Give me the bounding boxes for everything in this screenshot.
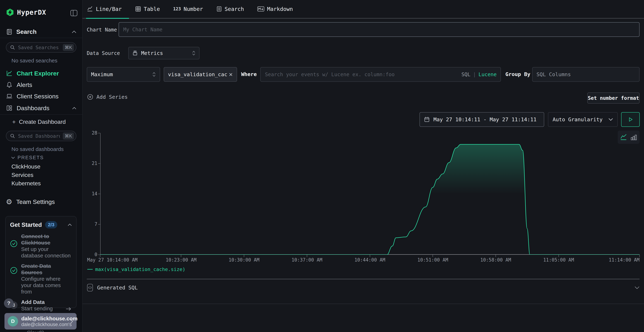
legend-swatch bbox=[87, 269, 93, 270]
active-tab-indicator bbox=[86, 18, 129, 19]
metrics-icon bbox=[132, 50, 138, 56]
presets-toggle[interactable]: PRESETS bbox=[11, 155, 44, 160]
plus-circle-icon bbox=[87, 94, 94, 100]
legend-series-label: max(visa_validation_cache.size) bbox=[95, 266, 185, 272]
add-series-label: Add Series bbox=[96, 94, 128, 100]
preset-clickhouse[interactable]: ClickHouse bbox=[12, 163, 40, 170]
lucene-toggle[interactable]: Lucene bbox=[478, 72, 496, 78]
chart-name-input[interactable] bbox=[118, 22, 640, 37]
add-series-button[interactable]: Add Series bbox=[87, 94, 128, 100]
saved-searches-input[interactable] bbox=[18, 44, 60, 50]
sql-toggle[interactable]: SQL bbox=[461, 72, 470, 78]
close-icon[interactable]: × bbox=[229, 71, 233, 78]
divider bbox=[0, 114, 82, 115]
sidebar-collapse-icon[interactable] bbox=[70, 10, 78, 16]
sidebar: HyperDX Search ⌘K No saved searches bbox=[0, 0, 83, 332]
get-started-step-datasources[interactable]: Create Data Sources Configure where your… bbox=[10, 263, 72, 295]
preset-kubernetes[interactable]: Kubernetes bbox=[12, 180, 41, 187]
gear-icon: ⚙ bbox=[6, 198, 12, 206]
step-title: Connect to ClickHouse bbox=[21, 233, 72, 246]
x-tick-label: 10:58:00 AM bbox=[480, 257, 511, 262]
create-dashboard-button[interactable]: + Create Dashboard bbox=[12, 118, 66, 126]
where-input[interactable] bbox=[264, 71, 461, 78]
get-started-card: Get Started 2/3 Connect to ClickHouse Se… bbox=[5, 216, 76, 308]
sidebar-item-alerts[interactable]: Alerts bbox=[6, 81, 76, 89]
x-tick-label: 10:23:00 AM bbox=[166, 257, 196, 262]
get-started-header[interactable]: Get Started 2/3 bbox=[10, 221, 72, 228]
sidebar-item-label: Dashboards bbox=[17, 105, 68, 112]
y-tick-mark bbox=[98, 133, 100, 133]
sidebar-item-chart-explorer[interactable]: Chart Explorer bbox=[6, 70, 76, 77]
y-tick-label: 0 bbox=[83, 252, 97, 257]
no-saved-searches-note: No saved searches bbox=[12, 58, 58, 64]
tab-search[interactable]: Search bbox=[216, 6, 244, 12]
chart-name-label: Chart Name bbox=[87, 27, 117, 33]
timeseries-chart[interactable] bbox=[100, 133, 640, 255]
tab-number[interactable]: 123 Number bbox=[173, 6, 203, 12]
help-button[interactable]: ? bbox=[4, 298, 14, 308]
chevron-up-icon bbox=[72, 30, 76, 33]
select-updown-icon bbox=[192, 50, 196, 56]
saved-searches-search[interactable]: ⌘K bbox=[6, 42, 76, 52]
chevron-down-icon[interactable] bbox=[634, 286, 640, 289]
logo: HyperDX bbox=[6, 8, 46, 16]
aggregation-select[interactable]: Maximum bbox=[87, 67, 160, 82]
generated-sql-accordion[interactable]: Generated SQL bbox=[87, 282, 640, 294]
sidebar-section-search[interactable]: Search bbox=[6, 28, 76, 35]
saved-dashboards-input[interactable] bbox=[18, 133, 60, 139]
set-number-format-button[interactable]: Set number format bbox=[587, 92, 640, 104]
sidebar-item-label: Client Sessions bbox=[17, 93, 76, 100]
user-email: dale@clickhouse.com bbox=[21, 315, 70, 322]
clipped-bottom-text: Cloud? bbox=[27, 330, 44, 332]
tab-line-bar[interactable]: Line/Bar bbox=[87, 6, 122, 12]
help-label: ? bbox=[7, 300, 10, 306]
no-saved-dashboards-note: No saved dashboards bbox=[12, 146, 64, 152]
calendar-icon bbox=[424, 116, 430, 122]
avatar: D bbox=[8, 316, 18, 326]
hyperdx-logo-icon bbox=[6, 8, 14, 16]
get-started-progress-badge: 2/3 bbox=[45, 221, 57, 228]
toggle-separator: | bbox=[473, 72, 476, 78]
presets-label: PRESETS bbox=[18, 155, 44, 160]
data-source-select[interactable]: Metrics bbox=[128, 47, 200, 60]
user-account-chip[interactable]: D dale@clickhouse.com dale@clickhouse.co… bbox=[4, 313, 76, 330]
chevron-down-icon bbox=[608, 118, 613, 121]
run-query-button[interactable] bbox=[621, 112, 640, 127]
x-tick-mark bbox=[496, 255, 496, 257]
tab-markdown[interactable]: Markdown bbox=[257, 6, 293, 12]
date-range-value: May 27 10:14:11 - May 27 11:14:11 bbox=[434, 116, 536, 122]
shortcut-badge: ⌘K bbox=[63, 44, 74, 51]
preset-services[interactable]: Services bbox=[12, 172, 34, 178]
arrow-right-icon[interactable] bbox=[66, 307, 72, 311]
chart-legend[interactable]: max(visa_validation_cache.size) bbox=[87, 266, 185, 272]
sidebar-item-team-settings[interactable]: ⚙ Team Settings bbox=[6, 198, 55, 206]
granularity-value: Auto Granularity bbox=[552, 116, 606, 122]
sidebar-section-label: Search bbox=[16, 28, 68, 35]
tab-label: Number bbox=[184, 6, 203, 12]
get-started-step-connect[interactable]: Connect to ClickHouse Set up your databa… bbox=[10, 233, 72, 259]
where-search-box[interactable]: SQL | Lucene bbox=[260, 67, 501, 82]
tab-label: Markdown bbox=[267, 6, 293, 12]
where-label: Where bbox=[241, 71, 257, 77]
laptop-icon bbox=[6, 93, 13, 100]
group-by-input[interactable] bbox=[532, 67, 640, 82]
chart-type-tabbar: Line/Bar Table 123 Number Search bbox=[82, 0, 644, 18]
journal-icon bbox=[6, 28, 13, 35]
y-tick-label: 7 bbox=[83, 222, 97, 227]
chevron-up-icon[interactable] bbox=[68, 224, 72, 226]
bell-icon bbox=[6, 82, 13, 88]
data-source-label: Data Source bbox=[87, 50, 120, 56]
plus-icon: + bbox=[12, 118, 16, 126]
granularity-select[interactable]: Auto Granularity bbox=[548, 112, 618, 127]
tab-table[interactable]: Table bbox=[135, 6, 160, 12]
metric-tag[interactable]: visa_validation_cach × bbox=[164, 67, 237, 82]
sidebar-item-label: Chart Explorer bbox=[17, 70, 76, 77]
team-settings-label: Team Settings bbox=[16, 198, 55, 205]
date-range-picker[interactable]: May 27 10:14:11 - May 27 11:14:11 bbox=[420, 112, 544, 127]
saved-dashboards-search[interactable]: ⌘K bbox=[6, 131, 76, 141]
user-subtitle: dale@clickhouse.com's bbox=[21, 322, 70, 327]
sidebar-item-dashboards[interactable]: Dashboards bbox=[6, 104, 76, 112]
chart-line-icon bbox=[6, 70, 13, 77]
y-tick-mark bbox=[98, 194, 100, 194]
sidebar-item-client-sessions[interactable]: Client Sessions bbox=[6, 92, 76, 100]
